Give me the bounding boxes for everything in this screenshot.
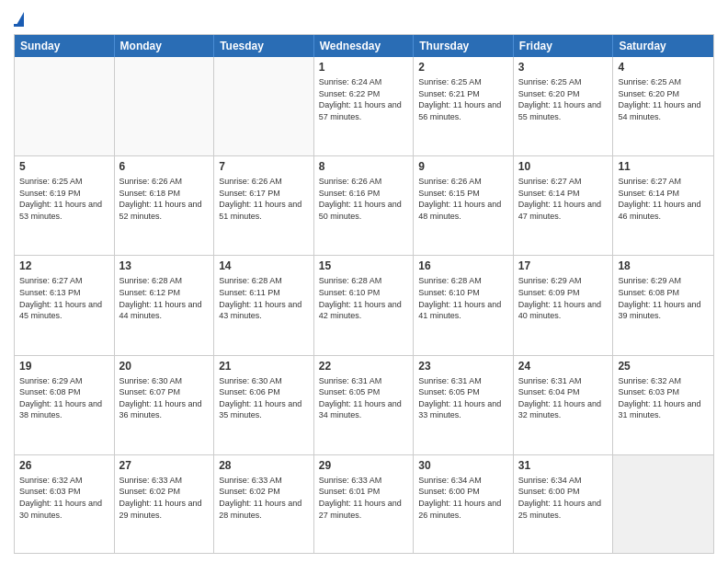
- cal-cell: 25Sunrise: 6:32 AMSunset: 6:03 PMDayligh…: [613, 356, 713, 454]
- cell-info: Sunrise: 6:33 AMSunset: 6:02 PMDaylight:…: [119, 475, 210, 521]
- cell-info: Sunrise: 6:31 AMSunset: 6:05 PMDaylight:…: [418, 375, 508, 421]
- day-number: 26: [19, 459, 109, 472]
- cell-info: Sunrise: 6:30 AMSunset: 6:07 PMDaylight:…: [119, 375, 210, 421]
- cell-info: Sunrise: 6:27 AMSunset: 6:14 PMDaylight:…: [618, 176, 709, 222]
- cell-info: Sunrise: 6:27 AMSunset: 6:14 PMDaylight:…: [518, 176, 609, 222]
- cell-info: Sunrise: 6:26 AMSunset: 6:18 PMDaylight:…: [119, 176, 210, 222]
- cal-cell: [214, 57, 314, 155]
- cal-cell: 18Sunrise: 6:29 AMSunset: 6:08 PMDayligh…: [613, 256, 713, 354]
- header-day-saturday: Saturday: [613, 35, 713, 57]
- cell-info: Sunrise: 6:30 AMSunset: 6:06 PMDaylight:…: [219, 375, 309, 421]
- cal-cell: 24Sunrise: 6:31 AMSunset: 6:04 PMDayligh…: [514, 356, 614, 454]
- calendar: SundayMondayTuesdayWednesdayThursdayFrid…: [14, 34, 714, 554]
- cell-info: Sunrise: 6:28 AMSunset: 6:11 PMDaylight:…: [219, 275, 309, 321]
- cell-info: Sunrise: 6:26 AMSunset: 6:15 PMDaylight:…: [418, 176, 508, 222]
- day-number: 6: [119, 160, 210, 173]
- cal-cell: 5Sunrise: 6:25 AMSunset: 6:19 PMDaylight…: [15, 156, 115, 255]
- cal-cell: 7Sunrise: 6:26 AMSunset: 6:17 PMDaylight…: [214, 156, 314, 255]
- day-number: 17: [518, 259, 609, 272]
- header-day-wednesday: Wednesday: [314, 35, 415, 57]
- logo-triangle-icon: [17, 12, 24, 25]
- cell-info: Sunrise: 6:32 AMSunset: 6:03 PMDaylight:…: [618, 375, 709, 421]
- week-row-2: 5Sunrise: 6:25 AMSunset: 6:19 PMDaylight…: [15, 156, 713, 256]
- day-number: 11: [618, 160, 709, 173]
- day-number: 30: [418, 459, 508, 472]
- cal-cell: 15Sunrise: 6:28 AMSunset: 6:10 PMDayligh…: [314, 256, 415, 354]
- cal-cell: 4Sunrise: 6:25 AMSunset: 6:20 PMDaylight…: [613, 57, 713, 155]
- cell-info: Sunrise: 6:32 AMSunset: 6:03 PMDaylight:…: [19, 475, 109, 521]
- day-number: 13: [119, 259, 210, 272]
- day-number: 16: [418, 259, 508, 272]
- cal-cell: 16Sunrise: 6:28 AMSunset: 6:10 PMDayligh…: [414, 256, 514, 354]
- header-day-monday: Monday: [115, 35, 215, 57]
- day-number: 25: [618, 360, 709, 373]
- week-row-3: 12Sunrise: 6:27 AMSunset: 6:13 PMDayligh…: [15, 256, 713, 355]
- cal-cell: 14Sunrise: 6:28 AMSunset: 6:11 PMDayligh…: [214, 256, 314, 354]
- cell-info: Sunrise: 6:25 AMSunset: 6:21 PMDaylight:…: [418, 76, 508, 122]
- cal-cell: 27Sunrise: 6:33 AMSunset: 6:02 PMDayligh…: [115, 455, 215, 554]
- day-number: 10: [518, 160, 609, 173]
- cell-info: Sunrise: 6:26 AMSunset: 6:17 PMDaylight:…: [219, 176, 309, 222]
- day-number: 8: [319, 160, 409, 173]
- week-row-4: 19Sunrise: 6:29 AMSunset: 6:08 PMDayligh…: [15, 356, 713, 455]
- cell-info: Sunrise: 6:24 AMSunset: 6:22 PMDaylight:…: [319, 76, 409, 122]
- week-row-5: 26Sunrise: 6:32 AMSunset: 6:03 PMDayligh…: [15, 455, 713, 554]
- day-number: 23: [418, 360, 508, 373]
- day-number: 18: [618, 259, 709, 272]
- cal-cell: 11Sunrise: 6:27 AMSunset: 6:14 PMDayligh…: [613, 156, 713, 255]
- header-day-thursday: Thursday: [414, 35, 514, 57]
- day-number: 5: [19, 160, 109, 173]
- cal-cell: [115, 57, 215, 155]
- header-day-sunday: Sunday: [15, 35, 115, 57]
- cell-info: Sunrise: 6:31 AMSunset: 6:04 PMDaylight:…: [518, 375, 609, 421]
- cal-cell: 8Sunrise: 6:26 AMSunset: 6:16 PMDaylight…: [314, 156, 415, 255]
- day-number: 3: [518, 61, 609, 74]
- week-row-1: 1Sunrise: 6:24 AMSunset: 6:22 PMDaylight…: [15, 57, 713, 156]
- cal-cell: 3Sunrise: 6:25 AMSunset: 6:20 PMDaylight…: [514, 57, 614, 155]
- header: [14, 9, 714, 27]
- day-number: 24: [518, 360, 609, 373]
- cell-info: Sunrise: 6:33 AMSunset: 6:02 PMDaylight:…: [219, 475, 309, 521]
- day-number: 27: [119, 459, 210, 472]
- day-number: 22: [319, 360, 409, 373]
- cal-cell: [613, 455, 713, 554]
- day-number: 20: [119, 360, 210, 373]
- cal-cell: 26Sunrise: 6:32 AMSunset: 6:03 PMDayligh…: [15, 455, 115, 554]
- cal-cell: 22Sunrise: 6:31 AMSunset: 6:05 PMDayligh…: [314, 356, 415, 454]
- day-number: 14: [219, 259, 309, 272]
- cell-info: Sunrise: 6:31 AMSunset: 6:05 PMDaylight:…: [319, 375, 409, 421]
- calendar-body: 1Sunrise: 6:24 AMSunset: 6:22 PMDaylight…: [15, 57, 713, 554]
- cal-cell: 9Sunrise: 6:26 AMSunset: 6:15 PMDaylight…: [414, 156, 514, 255]
- cal-cell: 2Sunrise: 6:25 AMSunset: 6:21 PMDaylight…: [414, 57, 514, 155]
- day-number: 12: [19, 259, 109, 272]
- cell-info: Sunrise: 6:25 AMSunset: 6:20 PMDaylight:…: [518, 76, 609, 122]
- cal-cell: 28Sunrise: 6:33 AMSunset: 6:02 PMDayligh…: [214, 455, 314, 554]
- cal-cell: 17Sunrise: 6:29 AMSunset: 6:09 PMDayligh…: [514, 256, 614, 354]
- cell-info: Sunrise: 6:34 AMSunset: 6:00 PMDaylight:…: [418, 475, 508, 521]
- day-number: 9: [418, 160, 508, 173]
- cell-info: Sunrise: 6:25 AMSunset: 6:19 PMDaylight:…: [19, 176, 109, 222]
- day-number: 15: [319, 259, 409, 272]
- cell-info: Sunrise: 6:28 AMSunset: 6:12 PMDaylight:…: [119, 275, 210, 321]
- day-number: 7: [219, 160, 309, 173]
- cell-info: Sunrise: 6:34 AMSunset: 6:00 PMDaylight:…: [518, 475, 609, 521]
- logo: [14, 9, 24, 27]
- cell-info: Sunrise: 6:29 AMSunset: 6:08 PMDaylight:…: [19, 375, 109, 421]
- cell-info: Sunrise: 6:29 AMSunset: 6:09 PMDaylight:…: [518, 275, 609, 321]
- cell-info: Sunrise: 6:28 AMSunset: 6:10 PMDaylight:…: [418, 275, 508, 321]
- cal-cell: 19Sunrise: 6:29 AMSunset: 6:08 PMDayligh…: [15, 356, 115, 454]
- header-day-friday: Friday: [514, 35, 614, 57]
- cal-cell: 30Sunrise: 6:34 AMSunset: 6:00 PMDayligh…: [414, 455, 514, 554]
- cell-info: Sunrise: 6:33 AMSunset: 6:01 PMDaylight:…: [319, 475, 409, 521]
- day-number: 21: [219, 360, 309, 373]
- cell-info: Sunrise: 6:25 AMSunset: 6:20 PMDaylight:…: [618, 76, 709, 122]
- cal-cell: 23Sunrise: 6:31 AMSunset: 6:05 PMDayligh…: [414, 356, 514, 454]
- cal-cell: 6Sunrise: 6:26 AMSunset: 6:18 PMDaylight…: [115, 156, 215, 255]
- cal-cell: 31Sunrise: 6:34 AMSunset: 6:00 PMDayligh…: [514, 455, 614, 554]
- header-day-tuesday: Tuesday: [214, 35, 314, 57]
- day-number: 2: [418, 61, 508, 74]
- cal-cell: 21Sunrise: 6:30 AMSunset: 6:06 PMDayligh…: [214, 356, 314, 454]
- cal-cell: 29Sunrise: 6:33 AMSunset: 6:01 PMDayligh…: [314, 455, 415, 554]
- cal-cell: 13Sunrise: 6:28 AMSunset: 6:12 PMDayligh…: [115, 256, 215, 354]
- cal-cell: [15, 57, 115, 155]
